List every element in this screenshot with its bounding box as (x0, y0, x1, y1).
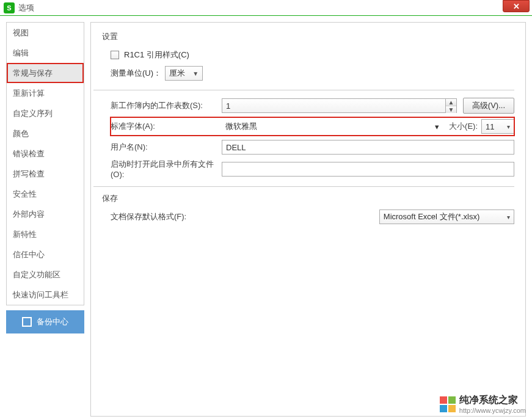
sidebar-item-label: 错误检查 (13, 148, 45, 159)
chevron-down-icon: ▼ (192, 70, 199, 77)
sidebar-item-label: 编辑 (13, 48, 29, 59)
watermark: 纯净系统之家 http://www.ycwjzy.com (440, 394, 526, 414)
sidebar-item-label: 自定义功能区 (13, 269, 60, 280)
sidebar-item-errorcheck[interactable]: 错误检查 (7, 144, 84, 164)
username-value: DELL (226, 143, 246, 152)
advanced-button[interactable]: 高级(V)... (463, 98, 514, 114)
font-size-value: 11 (486, 122, 494, 131)
close-icon: ✕ (513, 2, 520, 11)
username-input[interactable]: DELL (222, 140, 514, 155)
sidebar-item-trust[interactable]: 信任中心 (7, 244, 84, 264)
default-format-value: Microsoft Excel 文件(*.xlsx) (384, 211, 479, 222)
chevron-down-icon: ▾ (507, 123, 510, 130)
font-size-label: 大小(E): (449, 121, 478, 132)
chevron-down-icon: ▾ (507, 214, 510, 220)
window-title: 选项 (18, 2, 34, 13)
font-size-combo[interactable]: 11 ▾ (481, 119, 514, 134)
sidebar-item-label: 安全性 (13, 189, 37, 200)
font-label: 标准字体(A): (111, 121, 222, 132)
sidebar-item-label: 拼写检查 (13, 169, 45, 180)
measure-unit-label: 测量单位(U)： (111, 68, 161, 79)
advanced-label: 高级(V)... (472, 100, 505, 111)
sidebar-item-label: 快速访问工具栏 (13, 290, 68, 301)
titlebar: S 选项 (0, 0, 532, 16)
sidebar-item-external[interactable]: 外部内容 (7, 204, 84, 224)
sidebar-item-color[interactable]: 颜色 (7, 123, 84, 144)
sidebar-item-edit[interactable]: 编辑 (7, 43, 84, 63)
sidebar-item-security[interactable]: 安全性 (7, 184, 84, 204)
sheets-value: 1 (226, 101, 230, 111)
font-value: 微软雅黑 (225, 121, 257, 132)
spinner-down-icon[interactable]: ▼ (446, 106, 456, 113)
chevron-down-icon: ▾ (435, 122, 439, 131)
sidebar-item-recalc[interactable]: 重新计算 (7, 83, 84, 103)
save-section-title: 保存 (102, 193, 514, 204)
sidebar-item-label: 新特性 (13, 229, 37, 240)
measure-unit-value: 厘米 (169, 68, 185, 79)
close-button[interactable]: ✕ (503, 0, 530, 12)
sheets-label: 新工作簿内的工作表数(S): (111, 100, 222, 111)
divider (93, 90, 514, 90)
sidebar-item-features[interactable]: 新特性 (7, 224, 84, 244)
r1c1-label: R1C1 引用样式(C) (124, 49, 189, 60)
sheets-spinner[interactable]: 1 ▲ ▼ (222, 98, 457, 113)
divider (93, 186, 514, 187)
settings-section-title: 设置 (102, 31, 514, 42)
username-label: 用户名(N): (111, 142, 222, 153)
sidebar-item-custom-list[interactable]: 自定义序列 (7, 103, 84, 123)
sidebar-item-label: 重新计算 (13, 88, 45, 99)
spinner-up-icon[interactable]: ▲ (446, 99, 456, 106)
sidebar: 视图 编辑 常规与保存 重新计算 自定义序列 颜色 错误检查 拼写检查 安全性 … (6, 22, 84, 305)
watermark-url: http://www.ycwjzy.com (459, 407, 526, 414)
sidebar-item-label: 自定义序列 (13, 108, 53, 119)
windows-logo-icon (440, 396, 456, 412)
sidebar-item-spellcheck[interactable]: 拼写检查 (7, 164, 84, 184)
sidebar-item-qat[interactable]: 快速访问工具栏 (7, 285, 84, 305)
backup-label: 备份中心 (37, 316, 68, 327)
default-format-combo[interactable]: Microsoft Excel 文件(*.xlsx) ▾ (379, 210, 514, 224)
sidebar-item-label: 信任中心 (13, 249, 45, 260)
backup-icon (22, 317, 32, 327)
sidebar-item-customize-ribbon[interactable]: 自定义功能区 (7, 264, 84, 285)
sidebar-item-label: 外部内容 (13, 209, 45, 220)
openall-label: 启动时打开此目录中所有文件(O): (111, 159, 222, 179)
backup-center-button[interactable]: 备份中心 (6, 310, 84, 333)
app-icon: S (4, 2, 15, 13)
sidebar-item-label: 常规与保存 (13, 68, 53, 79)
content-panel: 设置 R1C1 引用样式(C) 测量单位(U)： 厘米 ▼ 新工作簿内的工作表数 (90, 22, 526, 417)
sidebar-item-view[interactable]: 视图 (7, 23, 84, 43)
openall-input[interactable] (222, 162, 514, 177)
measure-unit-combo[interactable]: 厘米 ▼ (165, 66, 203, 81)
watermark-title: 纯净系统之家 (459, 394, 526, 407)
r1c1-checkbox[interactable] (111, 51, 119, 59)
font-combo[interactable]: 微软雅黑 ▾ (222, 119, 443, 134)
sidebar-item-label: 颜色 (13, 128, 29, 139)
sidebar-item-general-save[interactable]: 常规与保存 (7, 63, 84, 83)
default-format-label: 文档保存默认格式(F): (111, 211, 379, 222)
sidebar-item-label: 视图 (13, 27, 29, 38)
